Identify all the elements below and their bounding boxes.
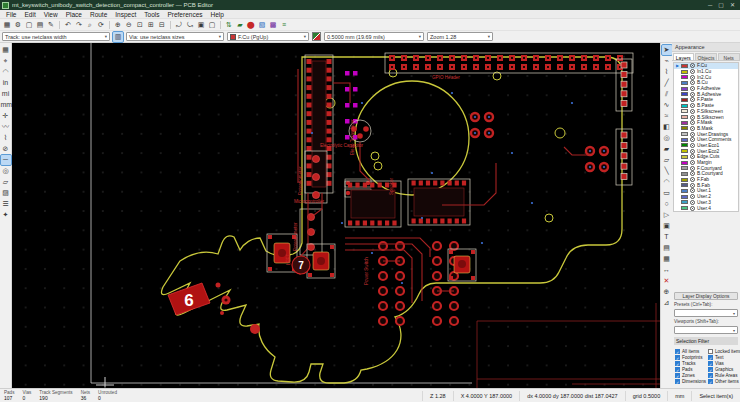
layer-color-swatch[interactable] (681, 195, 688, 199)
drill-origin-icon[interactable]: ⊕ (662, 287, 672, 297)
zone-display-icon[interactable]: ▨ (1, 188, 11, 198)
place-via-icon[interactable]: ◎ (662, 133, 672, 143)
menu-edit[interactable]: Edit (20, 10, 39, 19)
close-button[interactable]: ✕ (730, 0, 735, 10)
refresh-icon[interactable]: ⟳ (96, 20, 106, 30)
layer-color-swatch[interactable] (681, 172, 688, 176)
visibility-eye-icon[interactable] (690, 80, 695, 85)
net-highlight-icon[interactable]: ⊘ (1, 144, 11, 154)
filter-tracks[interactable]: ✓Tracks (675, 361, 706, 366)
polar-coordinates-icon[interactable]: ◠ (1, 67, 11, 77)
local-ratsnest-icon[interactable]: ⌇ (662, 67, 672, 77)
speaker-cutout[interactable] (355, 81, 469, 195)
units-mm-icon[interactable]: mm (1, 100, 11, 110)
layer-color-swatch[interactable] (681, 143, 688, 147)
layer-color-swatch[interactable] (681, 132, 688, 136)
zoom-selection-icon[interactable]: ⊟ (157, 20, 167, 30)
draw-polygon-icon[interactable]: ▷ (662, 210, 672, 220)
layer-color-swatch[interactable] (681, 104, 688, 108)
layer-color-swatch[interactable] (681, 64, 688, 68)
microcontroller-footprint[interactable] (305, 55, 333, 193)
footprint-editor-icon[interactable]: ▰ (235, 20, 245, 30)
layer-color-swatch[interactable] (681, 183, 688, 187)
through-hole-pad-cluster[interactable] (471, 113, 608, 171)
zoom-out-icon[interactable]: ⊖ (124, 20, 134, 30)
pcb-canvas[interactable]: 6 7 GPIO Header Microcontroller Electrol… (12, 43, 660, 388)
sketch-pads-icon[interactable]: ▱ (1, 177, 11, 187)
maximize-button[interactable]: ▢ (718, 0, 724, 10)
layer-color-swatch[interactable] (681, 161, 688, 165)
layer-row-user-comments[interactable]: User.Comments (674, 137, 738, 143)
board-setup-icon[interactable]: ⚙ (13, 20, 23, 30)
via-size-select[interactable]: Via: use netclass sizes▾ (126, 32, 224, 41)
gpio-header-footprint[interactable] (385, 53, 633, 73)
layer-color-swatch[interactable] (681, 138, 688, 142)
layer-row-user-4[interactable]: User.4 (674, 205, 738, 211)
zoom-fit-icon[interactable]: ⊡ (135, 20, 145, 30)
group-icon[interactable]: ▣ (196, 20, 206, 30)
checkbox[interactable]: ✓ (675, 361, 680, 366)
menu-file[interactable]: File (2, 10, 20, 19)
menu-tools[interactable]: Tools (140, 10, 163, 19)
zone-6[interactable]: 6 (168, 283, 210, 315)
visibility-eye-icon[interactable] (690, 188, 695, 193)
save-icon[interactable]: ▦ (2, 20, 12, 30)
plugin-manager-icon[interactable]: ≡ (279, 20, 289, 30)
update-pcb-from-schematic-icon[interactable]: ⇅ (224, 20, 234, 30)
visibility-eye-icon[interactable] (690, 86, 695, 91)
visibility-eye-icon[interactable] (690, 92, 695, 97)
visibility-eye-icon[interactable] (690, 103, 695, 108)
cursor-style-icon[interactable]: ✛ (1, 111, 11, 121)
layer-color-swatch[interactable] (681, 149, 688, 153)
curved-ratsnest-icon[interactable]: ⌇ (1, 133, 11, 143)
menu-inspect[interactable]: Inspect (111, 10, 140, 19)
menu-help[interactable]: Help (207, 10, 228, 19)
measure-tool-icon[interactable]: ⊿ (662, 298, 672, 308)
toggle-grid-icon[interactable]: ▦ (1, 45, 11, 55)
checkbox[interactable]: ✓ (708, 355, 713, 360)
checkbox[interactable]: ✓ (708, 373, 713, 378)
rotate-cw-icon[interactable]: ⤿ (185, 20, 195, 30)
drc-checker-icon[interactable]: ⬤ (246, 20, 256, 30)
checkbox[interactable]: ✓ (675, 373, 680, 378)
badge-7[interactable]: 7 (292, 256, 310, 274)
visibility-eye-icon[interactable] (690, 183, 695, 188)
inactive-layers-icon[interactable]: ☰ (1, 199, 11, 209)
menu-route[interactable]: Route (86, 10, 111, 19)
draw-line-icon[interactable]: ╲ (662, 166, 672, 176)
track-width-select[interactable]: Track: use netclass width▾ (2, 32, 110, 41)
visibility-eye-icon[interactable] (690, 115, 695, 120)
print-icon[interactable]: ▤ (35, 20, 45, 30)
layer-color-swatch[interactable] (681, 178, 688, 182)
filter-other-items[interactable]: ✓Other items (708, 379, 740, 384)
menu-view[interactable]: View (40, 10, 62, 19)
checkbox[interactable]: ✓ (708, 379, 713, 384)
place-text-icon[interactable]: T (662, 232, 672, 242)
menu-preferences[interactable]: Preferences (163, 10, 206, 19)
visibility-eye-icon[interactable] (690, 69, 695, 74)
presets-select[interactable]: ▾ (674, 309, 738, 317)
ungroup-icon[interactable]: ▢ (207, 20, 217, 30)
visibility-eye-icon[interactable] (690, 132, 695, 137)
rotate-ccw-icon[interactable]: ⤾ (174, 20, 184, 30)
filter-pads[interactable]: ✓Pads (675, 367, 706, 372)
select-tool-icon[interactable]: ➤ (662, 45, 672, 55)
image-export-icon[interactable]: ▩ (268, 20, 278, 30)
visibility-eye-icon[interactable] (690, 75, 695, 80)
visibility-eye-icon[interactable] (690, 63, 695, 68)
layer-color-swatch[interactable] (681, 87, 688, 91)
layer-color-swatch[interactable] (681, 155, 688, 159)
visibility-eye-icon[interactable] (690, 143, 695, 148)
place-textbox-icon[interactable]: ▤ (662, 243, 672, 253)
filter-footprints[interactable]: ✓Footprints (675, 355, 706, 360)
visibility-eye-icon[interactable] (690, 97, 695, 102)
zoom-objects-icon[interactable]: ⊞ (146, 20, 156, 30)
minimize-button[interactable]: ─ (708, 0, 712, 10)
visibility-eye-icon[interactable] (690, 206, 695, 211)
layer-color-swatch[interactable] (681, 115, 688, 119)
delete-tool-icon[interactable]: ✕ (662, 276, 672, 286)
tab-nets[interactable]: Nets (718, 53, 740, 60)
route-diff-pair-icon[interactable]: ⫽ (662, 89, 672, 99)
layer-color-swatch[interactable] (681, 75, 688, 79)
visibility-eye-icon[interactable] (690, 171, 695, 176)
